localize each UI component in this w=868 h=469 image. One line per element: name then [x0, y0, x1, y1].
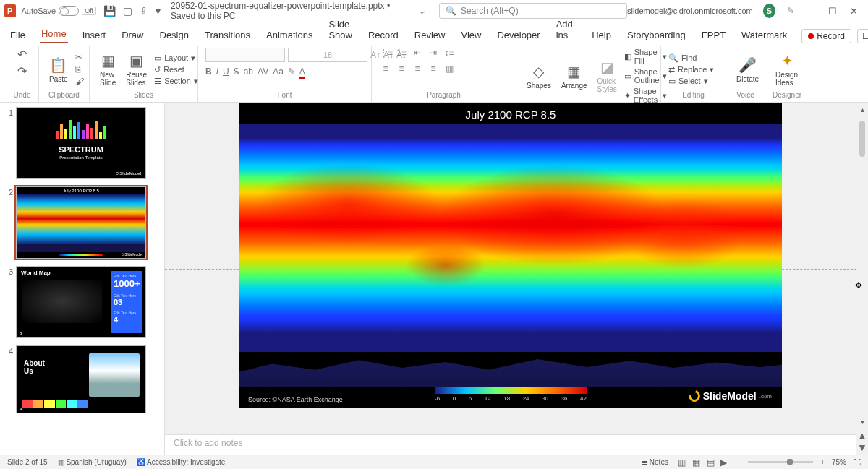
present-icon[interactable]: ▢: [123, 5, 132, 17]
autosave-toggle[interactable]: AutoSave Off: [22, 6, 97, 16]
zoom-slider[interactable]: [748, 461, 813, 463]
tab-animations[interactable]: Animations: [265, 27, 314, 43]
undo-icon[interactable]: ↶: [17, 48, 27, 61]
chevron-down-icon[interactable]: ⌵: [420, 6, 425, 16]
redo-icon[interactable]: ↷: [17, 64, 27, 78]
indent-dec-button[interactable]: ⇤: [411, 48, 424, 59]
tab-insert[interactable]: Insert: [81, 27, 108, 43]
notes-pane[interactable]: Click to add notes: [165, 434, 856, 455]
export-icon[interactable]: ⇪: [140, 5, 148, 17]
tab-fppt[interactable]: FPPT: [700, 27, 727, 43]
spacing-button[interactable]: AV: [258, 66, 268, 79]
search-input[interactable]: 🔍 Search (Alt+Q): [439, 3, 627, 19]
shadow-button[interactable]: ab: [244, 66, 253, 79]
slide-counter[interactable]: Slide 2 of 15: [7, 458, 48, 466]
tab-developer[interactable]: Developer: [495, 27, 541, 43]
quick-styles-button[interactable]: ◪Quick Styles: [595, 57, 620, 95]
minimize-button[interactable]: —: [806, 6, 815, 17]
slideshow-view-icon[interactable]: ▶: [718, 457, 729, 468]
layout-button[interactable]: ▭ Layout ▾: [154, 53, 198, 63]
scroll-thumb[interactable]: [859, 121, 865, 157]
tab-draw[interactable]: Draw: [120, 27, 145, 43]
bold-button[interactable]: B: [205, 66, 212, 79]
tab-review[interactable]: Review: [413, 27, 447, 43]
sorter-view-icon[interactable]: ▦: [690, 457, 702, 468]
close-button[interactable]: ✕: [850, 6, 858, 17]
reset-button[interactable]: ↺ Reset: [154, 65, 198, 74]
line-spacing-button[interactable]: ↕≡: [443, 48, 456, 59]
comments-button[interactable]: ☐: [857, 29, 868, 43]
new-slide-button[interactable]: ▦New Slide: [97, 51, 119, 88]
slide-thumbnail-pane[interactable]: 1 SPECTRUM Presentation Template ⟳SlideM…: [0, 103, 165, 455]
tab-design[interactable]: Design: [158, 27, 190, 43]
arrange-button[interactable]: ▦Arrange: [558, 61, 590, 91]
maximize-button[interactable]: ☐: [828, 6, 837, 17]
justify-button[interactable]: ≡: [427, 64, 440, 75]
record-button[interactable]: Record: [801, 29, 851, 43]
language-button[interactable]: ▥ Spanish (Uruguay): [58, 458, 127, 466]
dictate-button[interactable]: 🎤Dictate: [733, 55, 762, 85]
tab-record[interactable]: Record: [367, 27, 400, 43]
select-button[interactable]: ▭ Select ▾: [668, 77, 714, 86]
zoom-level[interactable]: 75%: [832, 458, 846, 466]
strike-button[interactable]: S̶: [234, 66, 239, 79]
tab-addins[interactable]: Add-ins: [555, 16, 577, 43]
shape-effects-button[interactable]: ✦ Shape Effects ▾: [624, 87, 667, 104]
normal-view-icon[interactable]: ▥: [676, 457, 688, 468]
scroll-up-icon[interactable]: ▴: [861, 106, 864, 113]
shapes-button[interactable]: ◇Shapes: [524, 61, 554, 91]
next-slide-icon[interactable]: ⯆: [859, 444, 866, 452]
indent-inc-button[interactable]: ⇥: [427, 48, 440, 59]
tab-view[interactable]: View: [459, 27, 482, 43]
qat-dropdown-icon[interactable]: ▾: [156, 5, 161, 17]
bullets-button[interactable]: ⋮≡: [379, 48, 392, 59]
thumbnail-slide-4[interactable]: AboutUs 4: [16, 345, 146, 413]
format-painter-icon[interactable]: 🖌: [75, 77, 84, 87]
toggle-icon[interactable]: [59, 6, 79, 16]
account-label[interactable]: slidemodel@cidrol.onmicrosoft.com: [627, 7, 753, 15]
thumbnail-slide-3[interactable]: World Map Edit Text Here 1000+ Edit Text…: [16, 266, 146, 338]
thumbnail-slide-2[interactable]: July 2100 RCP 8.5 ⟳SlideModel: [16, 186, 146, 259]
scroll-down-icon[interactable]: ▾: [861, 418, 864, 426]
shape-fill-button[interactable]: ◧ Shape Fill ▾: [624, 48, 667, 65]
avatar[interactable]: S: [763, 4, 775, 18]
columns-button[interactable]: ▥: [443, 64, 456, 75]
reuse-slides-button[interactable]: ▣Reuse Slides: [123, 51, 150, 88]
thumbnail-slide-1[interactable]: SPECTRUM Presentation Template ⟳SlideMod…: [16, 107, 146, 179]
align-right-button[interactable]: ≡: [411, 64, 424, 75]
replace-button[interactable]: ⇄ Replace ▾: [668, 65, 714, 74]
copy-icon[interactable]: ⎘: [75, 64, 84, 74]
tab-slideshow[interactable]: Slide Show: [327, 16, 354, 43]
save-icon[interactable]: 💾: [103, 5, 116, 17]
case-button[interactable]: Aa: [273, 66, 284, 79]
current-slide[interactable]: July 2100 RCP 8.5 Source: ©NASA Earth Ex…: [239, 103, 782, 408]
fit-to-window-icon[interactable]: ⛶: [854, 458, 861, 466]
design-ideas-button[interactable]: ✦Design Ideas: [773, 51, 801, 88]
section-button[interactable]: ☰ Section ▾: [154, 77, 198, 86]
align-center-button[interactable]: ≡: [395, 64, 408, 75]
tab-transitions[interactable]: Transitions: [203, 27, 252, 43]
shape-outline-button[interactable]: ▭ Shape Outline ▾: [624, 67, 667, 85]
underline-button[interactable]: U: [223, 66, 229, 79]
vertical-scrollbar[interactable]: ▴ ▾ ⯅ ⯆: [856, 103, 868, 455]
tab-storyboarding[interactable]: Storyboarding: [626, 27, 687, 43]
slide-canvas[interactable]: July 2100 RCP 8.5 Source: ©NASA Earth Ex…: [165, 103, 856, 434]
highlight-button[interactable]: ✎: [288, 66, 295, 79]
zoom-in-button[interactable]: +: [820, 458, 825, 466]
prev-slide-icon[interactable]: ⯅: [859, 433, 866, 441]
tab-home[interactable]: Home: [40, 25, 68, 43]
tab-help[interactable]: Help: [590, 27, 613, 43]
find-button[interactable]: 🔍 Find: [668, 53, 714, 63]
font-family-input[interactable]: [205, 48, 285, 62]
italic-button[interactable]: I: [216, 66, 218, 79]
cut-icon[interactable]: ✂: [75, 52, 84, 62]
document-title[interactable]: 20952-01-spectrum-equalizer-powerpoint-t…: [171, 1, 425, 21]
reading-view-icon[interactable]: ▤: [705, 457, 717, 468]
font-color-button[interactable]: A: [299, 66, 305, 79]
tab-watermark[interactable]: Watermark: [740, 27, 788, 43]
paste-button[interactable]: 📋Paste: [46, 55, 71, 85]
heatmap-image[interactable]: [239, 124, 782, 352]
accessibility-button[interactable]: ♿ Accessibility: Investigate: [137, 458, 226, 466]
align-left-button[interactable]: ≡: [379, 64, 392, 75]
zoom-out-button[interactable]: −: [736, 458, 741, 466]
